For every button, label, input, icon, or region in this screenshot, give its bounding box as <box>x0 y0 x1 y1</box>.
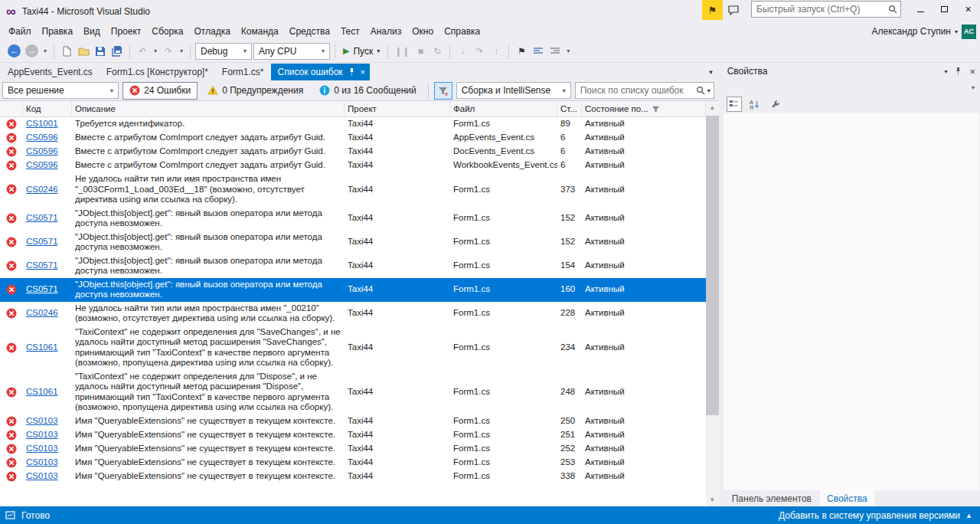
tab-overflow-chevron[interactable]: ▾ <box>709 68 713 76</box>
redo-dropdown-chevron[interactable]: ▾ <box>178 47 185 54</box>
pin-icon[interactable] <box>955 67 962 75</box>
search-icon[interactable] <box>888 5 897 14</box>
header-state[interactable]: Состояние по... <box>582 101 706 116</box>
close-tab-icon[interactable]: × <box>361 67 365 77</box>
error-search-input[interactable] <box>580 85 694 96</box>
tab-form1-designer[interactable]: Form1.cs [Конструктор]* <box>100 64 215 80</box>
scroll-up-arrow[interactable]: ▲ <box>706 101 719 114</box>
uncomment-button[interactable] <box>547 42 563 61</box>
feedback-button[interactable] <box>723 0 743 20</box>
tab-properties[interactable]: Свойства <box>820 490 874 506</box>
error-code-link[interactable]: CS0596 <box>26 133 58 142</box>
tab-error-list[interactable]: Список ошибок × <box>271 64 371 80</box>
menu-item-debug[interactable]: Отладка <box>188 24 235 39</box>
error-code-link[interactable]: CS1061 <box>26 342 58 352</box>
restart-button[interactable]: ↻ <box>430 42 445 61</box>
step-into-button[interactable]: ↓ <box>455 42 470 61</box>
menu-item-edit[interactable]: Правка <box>37 24 79 39</box>
header-project[interactable]: Проект <box>345 101 450 116</box>
source-control-button[interactable]: Добавить в систему управления версиями ▲ <box>779 510 972 521</box>
menu-item-team[interactable]: Команда <box>236 24 284 39</box>
scroll-track[interactable] <box>706 114 719 493</box>
stop-debugging-button[interactable]: ■ <box>413 42 428 61</box>
navigation-dropdown-chevron[interactable]: ▾ <box>41 47 49 54</box>
save-all-button[interactable] <box>109 42 125 61</box>
undo-dropdown-chevron[interactable]: ▾ <box>152 47 159 54</box>
messages-toggle-button[interactable]: 0 из 16 Сообщений <box>313 82 423 100</box>
menu-item-file[interactable]: Файл <box>3 24 37 39</box>
error-code-link[interactable]: CS0103 <box>26 416 58 425</box>
account-area[interactable]: Александр Ступин ▾ АС <box>871 25 980 39</box>
error-row[interactable]: CS1001 Требуется идентификатор. Taxi44 F… <box>0 117 706 131</box>
menu-item-test[interactable]: Тест <box>335 24 365 39</box>
error-list-scrollbar[interactable]: ▲ ▼ <box>706 101 719 506</box>
error-row[interactable]: CS0571 "JObject.this[object].get": явный… <box>0 254 706 278</box>
error-code-link[interactable]: CS0596 <box>26 160 58 169</box>
error-row[interactable]: CS0103 Имя "QueryableExtensions" не суще… <box>0 470 706 483</box>
error-row[interactable]: CS0246 Не удалось найти тип или имя прос… <box>0 302 706 326</box>
error-row[interactable]: CS0246 Не удалось найти тип или имя прос… <box>0 172 706 207</box>
tab-appevents-event[interactable]: AppEvents_Event.cs <box>1 64 100 80</box>
errors-toggle-button[interactable]: 24 Ошибки <box>122 82 198 100</box>
error-code-link[interactable]: CS0103 <box>26 457 58 467</box>
maximize-button[interactable] <box>933 0 956 18</box>
scroll-down-arrow[interactable]: ▼ <box>706 493 719 506</box>
error-row[interactable]: CS0103 Имя "QueryableExtensions" не суще… <box>0 414 706 428</box>
avatar[interactable]: АС <box>962 25 976 39</box>
scroll-thumb[interactable] <box>706 116 719 415</box>
step-over-button[interactable]: ↷ <box>472 42 487 61</box>
quick-launch-input[interactable] <box>756 4 885 15</box>
error-row[interactable]: CS0571 "JObject.this[object].get": явный… <box>0 231 706 254</box>
step-out-button[interactable]: ↑ <box>488 42 504 61</box>
configuration-combo[interactable]: Debug ▾ <box>195 43 252 60</box>
error-code-link[interactable]: CS0596 <box>26 146 58 156</box>
error-code-link[interactable]: CS0103 <box>26 471 58 480</box>
categorized-button[interactable] <box>727 97 742 112</box>
property-pages-button[interactable] <box>768 97 783 112</box>
navigate-forward-button[interactable]: → <box>24 42 40 61</box>
header-description[interactable]: Описание <box>72 101 345 116</box>
header-line[interactable]: Ст... <box>557 101 582 116</box>
menu-item-tools[interactable]: Средства <box>284 24 335 39</box>
close-panel-icon[interactable]: × <box>969 66 975 77</box>
error-row[interactable]: CS0103 Имя "QueryableExtensions" не суще… <box>0 456 706 470</box>
header-severity[interactable] <box>0 101 23 116</box>
menu-item-help[interactable]: Справка <box>439 24 485 39</box>
open-file-button[interactable] <box>76 42 91 61</box>
state-filter-funnel-icon[interactable] <box>652 105 660 113</box>
error-code-link[interactable]: CS0103 <box>26 444 58 453</box>
close-button[interactable]: × <box>956 0 980 18</box>
scope-filter-combo[interactable]: Все решение ▾ <box>2 82 119 99</box>
menu-item-analyze[interactable]: Анализ <box>365 24 407 39</box>
warnings-toggle-button[interactable]: 0 Предупреждения <box>201 82 309 100</box>
comment-button[interactable] <box>531 42 546 61</box>
save-button[interactable] <box>93 42 108 61</box>
start-button[interactable]: ▶ Пуск ▾ <box>340 42 383 61</box>
search-icon[interactable] <box>696 86 705 95</box>
error-code-link[interactable]: CS0571 <box>26 237 58 246</box>
bookmark-button[interactable]: ⚑ <box>514 42 529 61</box>
break-all-button[interactable]: ❙❙ <box>393 42 411 61</box>
error-code-link[interactable]: CS1061 <box>26 387 58 396</box>
tab-toolbox[interactable]: Панель элементов <box>725 490 818 506</box>
menu-item-project[interactable]: Проект <box>106 24 147 39</box>
error-row[interactable]: CS1061 "TaxiContext" не содержит определ… <box>0 370 706 414</box>
menu-item-view[interactable]: Вид <box>78 24 106 39</box>
error-code-link[interactable]: CS0571 <box>26 213 58 222</box>
menu-item-window[interactable]: Окно <box>407 24 439 39</box>
header-file[interactable]: Файл <box>450 101 557 116</box>
window-position-chevron[interactable]: ▾ <box>944 68 947 75</box>
header-code[interactable]: Код <box>23 101 72 116</box>
error-code-link[interactable]: CS0246 <box>26 308 58 317</box>
object-selector-combo[interactable]: ▾ <box>723 80 980 95</box>
source-filter-combo[interactable]: Сборка и IntelliSense ▾ <box>456 82 571 99</box>
navigate-back-button[interactable]: ← <box>6 42 22 61</box>
filter-button[interactable] <box>434 82 452 100</box>
error-row[interactable]: CS0596 Вместе с атрибутом ComImport след… <box>0 159 706 172</box>
platform-combo[interactable]: Any CPU ▾ <box>253 43 330 60</box>
error-row[interactable]: CS1061 "TaxiContext" не содержит определ… <box>0 326 706 370</box>
error-code-link[interactable]: CS1001 <box>26 119 58 128</box>
error-row[interactable]: CS0571 "JObject.this[object].get": явный… <box>0 207 706 231</box>
search-options-chevron[interactable]: ▾ <box>707 87 710 94</box>
error-row[interactable]: CS0103 Имя "QueryableExtensions" не суще… <box>0 442 706 456</box>
